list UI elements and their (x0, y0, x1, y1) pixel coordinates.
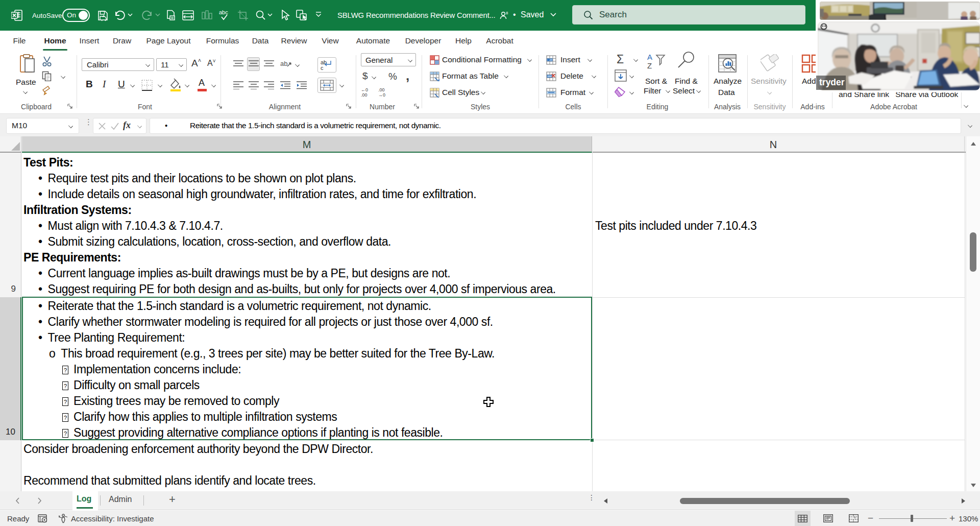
svg-text:Z: Z (647, 61, 652, 70)
svg-text:.00: .00 (378, 87, 385, 92)
svg-text:←0: ←0 (361, 87, 368, 92)
svg-text:abc: abc (219, 9, 228, 15)
svg-text:→0: →0 (378, 92, 385, 97)
svg-text:c: c (321, 65, 324, 70)
svg-text:.00: .00 (361, 92, 368, 97)
svg-text:ab: ab (280, 60, 287, 67)
svg-text:A: A (647, 53, 652, 61)
svg-text:8: 8 (506, 11, 508, 15)
